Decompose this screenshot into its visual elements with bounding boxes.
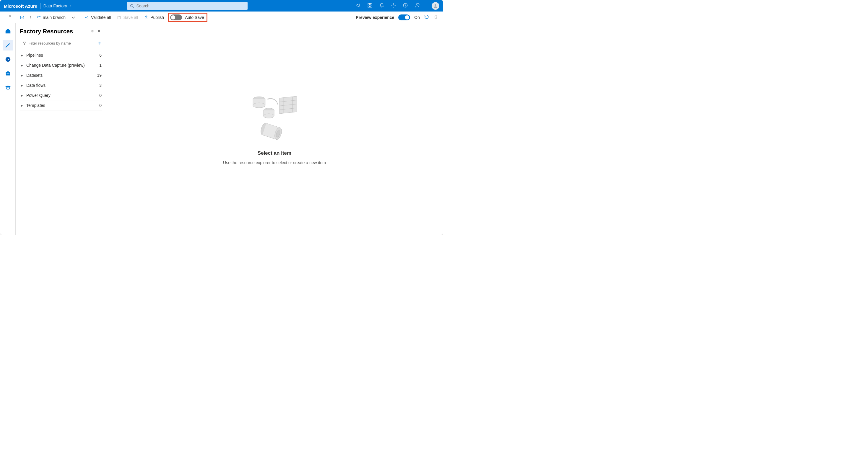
tree-label: Templates [26,103,97,108]
nav-author[interactable] [3,40,13,51]
global-search[interactable] [127,2,248,10]
tree-count: 1 [99,63,102,68]
filter-resources-input[interactable] [20,39,95,47]
validate-all-button[interactable]: Validate all [83,11,113,23]
svg-rect-12 [119,15,120,16]
empty-subtitle: Use the resource explorer to select or c… [223,160,326,165]
tree-label: Change Data Capture (preview) [26,63,97,68]
svg-rect-2 [370,3,372,5]
left-nav-rail [0,23,16,235]
expand-all-icon[interactable] [90,29,95,34]
svg-point-10 [37,18,38,19]
brand-label[interactable]: Microsoft Azure [4,4,37,8]
avatar[interactable] [432,2,439,10]
autosave-highlight: Auto Save [168,13,208,22]
factory-resources-panel: Factory Resources + ▸ Pipelines 6 ▸ Chan… [16,23,106,235]
filter-field[interactable] [29,41,93,45]
nav-learn[interactable] [3,82,13,93]
svg-point-11 [39,15,40,16]
branch-label: main branch [43,15,66,20]
save-label: Save all [123,15,138,20]
tree-cdc[interactable]: ▸ Change Data Capture (preview) 1 [20,60,102,70]
filter-icon [23,41,26,45]
separator: / [29,15,32,20]
settings-icon[interactable] [391,3,396,9]
caret-icon: ▸ [21,83,24,88]
tree-count: 3 [99,83,102,88]
notifications-icon[interactable] [379,3,384,9]
autosave-label: Auto Save [185,15,204,20]
svg-point-5 [393,5,395,6]
nav-home[interactable] [3,26,13,36]
expand-rail-icon[interactable]: » [9,13,11,18]
chevron-down-icon [71,15,75,20]
tree-templates[interactable]: ▸ Templates 0 [20,100,102,110]
empty-title: Select an item [258,150,291,156]
breadcrumb-label: Data Factory [43,4,67,8]
tree-label: Power Query [26,93,97,98]
svg-point-8 [435,4,436,6]
top-icon-bar [355,2,439,10]
caret-icon: ▸ [21,53,24,58]
search-icon [130,4,134,8]
validate-label: Validate all [91,15,111,20]
breadcrumb[interactable]: Data Factory [43,4,72,8]
tree-datasets[interactable]: ▸ Datasets 19 [20,70,102,80]
caret-icon: ▸ [21,103,24,108]
svg-point-7 [416,4,418,5]
caret-icon: ▸ [21,63,24,68]
svg-rect-1 [368,3,369,5]
announcements-icon[interactable] [355,3,361,9]
chevron-right-icon [69,4,72,7]
branch-selector[interactable]: main branch [35,11,78,23]
svg-rect-16 [6,73,9,74]
add-resource-button[interactable]: + [98,40,102,47]
empty-state-illustration [246,93,303,146]
toolbar-right: Preview experience On [356,14,443,21]
help-icon[interactable] [403,3,408,9]
save-all-button: Save all [115,11,140,23]
directories-icon[interactable] [367,3,373,9]
tree-count: 0 [99,93,102,98]
tree-pipelines[interactable]: ▸ Pipelines 6 [20,50,102,60]
nav-monitor[interactable] [3,54,13,65]
sidebar-title: Factory Resources [20,28,88,35]
svg-rect-3 [368,6,369,7]
tree-count: 6 [99,53,102,58]
tree-label: Data flows [26,83,97,88]
feedback-icon[interactable] [414,3,420,9]
preview-experience-label: Preview experience [356,15,394,20]
tree-powerquery[interactable]: ▸ Power Query 0 [20,90,102,100]
tree-label: Pipelines [26,53,97,58]
data-factory-icon[interactable] [18,11,26,23]
authoring-toolbar: / main branch Validate all Save all Publ… [0,11,443,23]
svg-point-0 [131,4,133,7]
svg-rect-4 [370,6,372,7]
publish-button[interactable]: Publish [142,11,166,23]
caret-icon: ▸ [21,73,24,78]
preview-state-label: On [414,15,420,20]
preview-toggle[interactable] [398,14,410,21]
svg-point-9 [37,15,38,16]
svg-rect-15 [7,71,9,73]
nav-manage[interactable] [3,68,13,79]
azure-top-bar: Microsoft Azure Data Factory [0,0,443,11]
delete-button [433,14,438,20]
search-input[interactable] [136,4,245,8]
divider [40,3,40,9]
tree-count: 19 [97,73,102,78]
refresh-button[interactable] [424,14,429,21]
publish-label: Publish [150,15,164,20]
collapse-panel-icon[interactable] [97,29,102,34]
tree-dataflows[interactable]: ▸ Data flows 3 [20,80,102,90]
tree-count: 0 [99,103,102,108]
caret-icon: ▸ [21,93,24,98]
autosave-toggle[interactable] [170,14,182,21]
empty-canvas: Select an item Use the resource explorer… [106,23,443,235]
tree-label: Datasets [26,73,95,78]
